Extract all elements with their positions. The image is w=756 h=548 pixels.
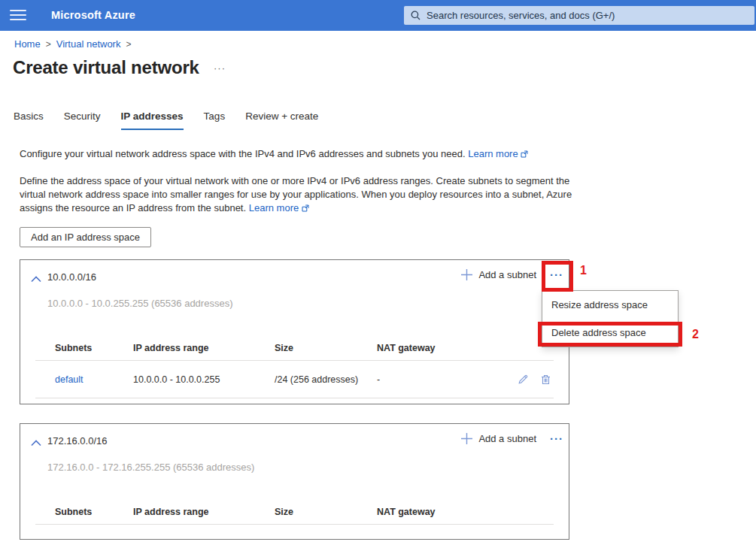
annotation-box-step1 [542, 261, 573, 292]
address-space-cidr: 10.0.0.0/16 [47, 271, 96, 283]
external-link-icon [521, 150, 528, 158]
edit-pencil-icon[interactable] [518, 374, 528, 385]
subnet-table: Subnets IP address range Size NAT gatewa… [20, 335, 569, 398]
intro-paragraph-2: Define the address space of your virtual… [20, 174, 578, 215]
card-controls: Add a subnet ··· [461, 433, 563, 444]
tab-security[interactable]: Security [64, 111, 101, 130]
azure-top-bar: Microsoft Azure [0, 0, 756, 31]
table-divider [35, 398, 554, 398]
learn-more-link-1[interactable]: Learn more [468, 148, 528, 159]
collapse-chevron-up-icon[interactable] [31, 272, 41, 286]
column-header-size: Size [275, 507, 377, 517]
subnet-size: /24 (256 addresses) [275, 374, 377, 385]
breadcrumb-separator: > [46, 39, 51, 50]
title-ellipsis-icon[interactable]: ··· [214, 62, 226, 74]
row-actions [518, 374, 569, 385]
hamburger-menu-icon[interactable] [10, 10, 26, 21]
table-row: default 10.0.0.0 - 10.0.0.255 /24 (256 a… [20, 361, 569, 398]
add-subnet-button[interactable]: Add a subnet [461, 433, 536, 444]
column-header-subnets: Subnets [55, 507, 133, 517]
table-divider [35, 524, 554, 525]
breadcrumb-home-link[interactable]: Home [14, 38, 41, 50]
breadcrumb-virtual-network-link[interactable]: Virtual network [56, 38, 121, 50]
add-subnet-label: Add a subnet [478, 269, 536, 280]
column-header-nat-gateway: NAT gateway [377, 507, 569, 517]
annotation-box-step2 [538, 322, 682, 347]
address-space-card-10-0-0-0: 10.0.0.0/16 Add a subnet ··· 10.0.0.0 - … [20, 259, 569, 404]
subnet-table-header: Subnets IP address range Size NAT gatewa… [20, 499, 569, 524]
collapse-chevron-up-icon[interactable] [31, 436, 41, 450]
tab-tags[interactable]: Tags [204, 111, 226, 130]
column-header-ip-range: IP address range [133, 343, 275, 353]
search-icon [411, 11, 421, 20]
column-header-subnets: Subnets [55, 343, 133, 353]
microsoft-azure-brand[interactable]: Microsoft Azure [51, 9, 135, 21]
annotation-label-step1: 1 [580, 264, 587, 277]
external-link-icon [302, 204, 309, 212]
address-space-range: 10.0.0.0 - 10.0.255.255 (65536 addresses… [47, 298, 232, 309]
menu-item-resize-address-space[interactable]: Resize address space [542, 291, 678, 319]
address-space-range: 172.16.0.0 - 172.16.255.255 (65536 addre… [47, 462, 254, 473]
add-subnet-button[interactable]: Add a subnet [461, 269, 536, 280]
subnet-table-header: Subnets IP address range Size NAT gatewa… [20, 335, 569, 360]
create-virtual-network-page: Microsoft Azure Home>Virtual network> Cr… [0, 0, 756, 548]
search-input[interactable] [427, 10, 748, 21]
tab-ip-addresses[interactable]: IP addresses [121, 111, 184, 130]
address-space-cidr: 172.16.0.0/16 [47, 435, 108, 447]
breadcrumb: Home>Virtual network> [14, 38, 136, 50]
add-ip-address-space-button[interactable]: Add an IP address space [20, 227, 151, 247]
plus-icon [461, 433, 472, 444]
intro-paragraph-1: Configure your virtual network address s… [20, 147, 578, 161]
intro-text-1: Configure your virtual network address s… [20, 148, 466, 159]
column-header-ip-range: IP address range [133, 507, 275, 517]
global-search-box[interactable] [404, 6, 754, 25]
subnet-nat-gateway: - [377, 374, 380, 385]
page-title: Create virtual network [13, 57, 199, 78]
address-space-card-172-16-0-0: 172.16.0.0/16 Add a subnet ··· 172.16.0.… [20, 423, 569, 540]
subnet-default-link[interactable]: default [55, 374, 83, 385]
subnet-table: Subnets IP address range Size NAT gatewa… [20, 499, 569, 525]
address-space-more-menu-icon[interactable]: ··· [550, 434, 563, 444]
learn-more-link-2[interactable]: Learn more [249, 202, 309, 213]
tab-review-create[interactable]: Review + create [245, 111, 318, 130]
column-header-size: Size [275, 343, 377, 353]
add-subnet-label: Add a subnet [478, 433, 536, 444]
delete-trash-icon[interactable] [541, 374, 551, 385]
tab-basics[interactable]: Basics [14, 111, 44, 130]
wizard-tabs: Basics Security IP addresses Tags Review… [14, 111, 318, 130]
plus-icon [461, 269, 472, 280]
annotation-label-step2: 2 [692, 328, 699, 341]
breadcrumb-separator: > [126, 39, 131, 50]
subnet-ip-range: 10.0.0.0 - 10.0.0.255 [133, 374, 275, 385]
